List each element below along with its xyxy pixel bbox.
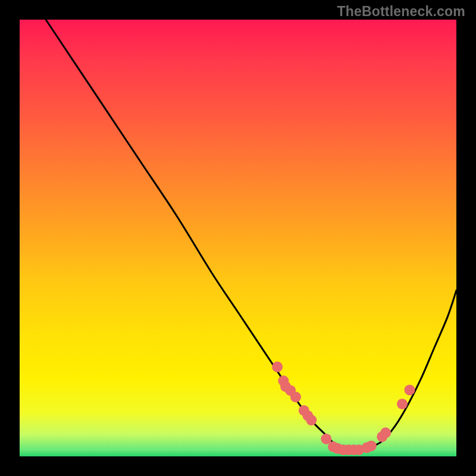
chart-svg xyxy=(20,20,456,456)
data-marker xyxy=(306,415,317,425)
data-marker xyxy=(366,440,377,451)
chart-stage: TheBottleneck.com xyxy=(0,0,476,476)
data-marker xyxy=(290,392,301,402)
data-marker xyxy=(272,362,283,372)
watermark-text: TheBottleneck.com xyxy=(337,4,465,20)
gradient-background xyxy=(20,20,456,456)
data-marker xyxy=(404,384,415,395)
data-marker xyxy=(380,427,391,438)
plot-area xyxy=(20,20,456,456)
data-marker xyxy=(397,399,408,409)
